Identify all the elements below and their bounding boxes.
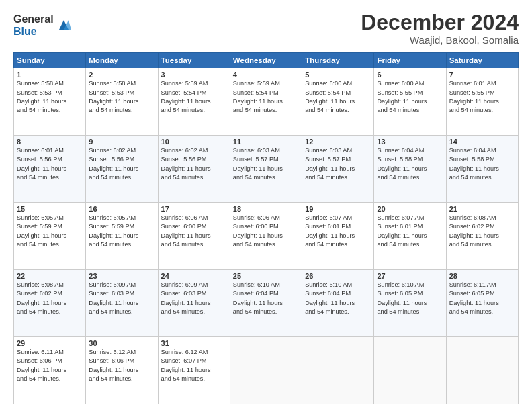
logo-text: General Blue [13,13,54,37]
day-number: 19 [305,205,371,213]
day-info: Sunrise: 6:01 AMSunset: 5:55 PMDaylight:… [449,79,515,115]
header-row: Sunday Monday Tuesday Wednesday Thursday… [14,53,519,68]
day-info: Sunrise: 6:11 AMSunset: 6:06 PMDaylight:… [17,348,83,383]
day-info: Sunrise: 5:59 AMSunset: 5:54 PMDaylight:… [233,79,299,115]
day-number: 7 [449,71,515,79]
calendar-cell: 21Sunrise: 6:08 AMSunset: 6:02 PMDayligh… [446,203,518,270]
day-info: Sunrise: 6:09 AMSunset: 6:03 PMDaylight:… [89,281,154,316]
day-info: Sunrise: 6:10 AMSunset: 6:04 PMDaylight:… [233,281,299,316]
calendar-cell: 18Sunrise: 6:06 AMSunset: 6:00 PMDayligh… [230,203,302,270]
calendar-cell: 16Sunrise: 6:05 AMSunset: 5:59 PMDayligh… [86,203,158,270]
calendar-cell: 2Sunrise: 5:58 AMSunset: 5:53 PMDaylight… [86,68,158,136]
day-number: 8 [17,138,83,146]
calendar-cell: 20Sunrise: 6:07 AMSunset: 6:01 PMDayligh… [374,203,446,270]
day-info: Sunrise: 6:04 AMSunset: 5:58 PMDaylight:… [377,146,443,182]
calendar-cell: 15Sunrise: 6:05 AMSunset: 5:59 PMDayligh… [14,203,86,270]
calendar-cell [230,337,302,404]
day-info: Sunrise: 5:59 AMSunset: 5:54 PMDaylight:… [161,79,227,115]
calendar-cell: 14Sunrise: 6:04 AMSunset: 5:58 PMDayligh… [446,136,518,203]
day-number: 30 [89,339,154,347]
day-number: 5 [305,71,371,79]
day-info: Sunrise: 5:58 AMSunset: 5:53 PMDaylight:… [17,79,83,115]
calendar-week-5: 29Sunrise: 6:11 AMSunset: 6:06 PMDayligh… [14,337,519,404]
calendar-cell: 26Sunrise: 6:10 AMSunset: 6:04 PMDayligh… [302,270,374,337]
day-info: Sunrise: 6:12 AMSunset: 6:07 PMDaylight:… [161,348,227,383]
page: General Blue December 2024 Waajid, Bakoo… [0,0,532,411]
day-number: 14 [449,138,515,146]
day-info: Sunrise: 6:07 AMSunset: 6:01 PMDaylight:… [377,214,443,249]
day-info: Sunrise: 6:06 AMSunset: 6:00 PMDaylight:… [161,214,227,249]
subtitle: Waajid, Bakool, Somalia [361,34,519,46]
day-number: 3 [161,71,227,79]
calendar-cell: 5Sunrise: 6:00 AMSunset: 5:54 PMDaylight… [302,68,374,136]
calendar-cell: 29Sunrise: 6:11 AMSunset: 6:06 PMDayligh… [14,337,86,404]
calendar-cell: 24Sunrise: 6:09 AMSunset: 6:03 PMDayligh… [158,270,230,337]
calendar-body: 1Sunrise: 5:58 AMSunset: 5:53 PMDaylight… [14,68,519,404]
calendar-cell: 10Sunrise: 6:02 AMSunset: 5:56 PMDayligh… [158,136,230,203]
day-number: 20 [377,205,443,213]
day-number: 23 [89,272,154,280]
day-info: Sunrise: 6:05 AMSunset: 5:59 PMDaylight:… [89,214,154,249]
col-wednesday: Wednesday [230,53,302,68]
day-info: Sunrise: 6:03 AMSunset: 5:57 PMDaylight:… [233,146,299,182]
calendar-cell: 8Sunrise: 6:01 AMSunset: 5:56 PMDaylight… [14,136,86,203]
header: General Blue December 2024 Waajid, Bakoo… [13,11,519,46]
calendar-cell: 11Sunrise: 6:03 AMSunset: 5:57 PMDayligh… [230,136,302,203]
calendar-cell: 3Sunrise: 5:59 AMSunset: 5:54 PMDaylight… [158,68,230,136]
day-number: 12 [305,138,371,146]
logo: General Blue [13,13,71,37]
calendar-cell: 25Sunrise: 6:10 AMSunset: 6:04 PMDayligh… [230,270,302,337]
day-number: 4 [233,71,299,79]
day-info: Sunrise: 6:02 AMSunset: 5:56 PMDaylight:… [161,146,227,182]
calendar-week-3: 15Sunrise: 6:05 AMSunset: 5:59 PMDayligh… [14,203,519,270]
day-info: Sunrise: 6:12 AMSunset: 6:06 PMDaylight:… [89,348,154,383]
day-info: Sunrise: 6:01 AMSunset: 5:56 PMDaylight:… [17,146,83,182]
calendar-week-4: 22Sunrise: 6:08 AMSunset: 6:02 PMDayligh… [14,270,519,337]
calendar-cell: 19Sunrise: 6:07 AMSunset: 6:01 PMDayligh… [302,203,374,270]
col-thursday: Thursday [302,53,374,68]
day-info: Sunrise: 6:08 AMSunset: 6:02 PMDaylight:… [449,214,515,249]
calendar-header: Sunday Monday Tuesday Wednesday Thursday… [14,53,519,68]
day-info: Sunrise: 6:11 AMSunset: 6:05 PMDaylight:… [449,281,515,316]
day-number: 13 [377,138,443,146]
day-info: Sunrise: 6:10 AMSunset: 6:05 PMDaylight:… [377,281,443,316]
calendar-cell: 23Sunrise: 6:09 AMSunset: 6:03 PMDayligh… [86,270,158,337]
calendar-cell: 30Sunrise: 6:12 AMSunset: 6:06 PMDayligh… [86,337,158,404]
day-info: Sunrise: 6:08 AMSunset: 6:02 PMDaylight:… [17,281,83,316]
calendar-cell: 13Sunrise: 6:04 AMSunset: 5:58 PMDayligh… [374,136,446,203]
day-number: 2 [89,71,154,79]
day-number: 10 [161,138,227,146]
calendar-cell: 1Sunrise: 5:58 AMSunset: 5:53 PMDaylight… [14,68,86,136]
calendar-cell: 9Sunrise: 6:02 AMSunset: 5:56 PMDaylight… [86,136,158,203]
day-info: Sunrise: 6:02 AMSunset: 5:56 PMDaylight:… [89,146,154,182]
day-info: Sunrise: 6:06 AMSunset: 6:00 PMDaylight:… [233,214,299,249]
calendar-cell: 22Sunrise: 6:08 AMSunset: 6:02 PMDayligh… [14,270,86,337]
day-info: Sunrise: 6:04 AMSunset: 5:58 PMDaylight:… [449,146,515,182]
day-number: 9 [89,138,154,146]
calendar-cell: 7Sunrise: 6:01 AMSunset: 5:55 PMDaylight… [446,68,518,136]
calendar-cell: 6Sunrise: 6:00 AMSunset: 5:55 PMDaylight… [374,68,446,136]
day-info: Sunrise: 6:09 AMSunset: 6:03 PMDaylight:… [161,281,227,316]
calendar-cell: 4Sunrise: 5:59 AMSunset: 5:54 PMDaylight… [230,68,302,136]
day-number: 6 [377,71,443,79]
day-number: 28 [449,272,515,280]
day-info: Sunrise: 5:58 AMSunset: 5:53 PMDaylight:… [89,79,154,115]
title-block: December 2024 Waajid, Bakool, Somalia [361,11,519,46]
calendar-cell: 12Sunrise: 6:03 AMSunset: 5:57 PMDayligh… [302,136,374,203]
calendar-table: Sunday Monday Tuesday Wednesday Thursday… [13,52,519,404]
day-info: Sunrise: 6:00 AMSunset: 5:55 PMDaylight:… [377,79,443,115]
calendar-week-1: 1Sunrise: 5:58 AMSunset: 5:53 PMDaylight… [14,68,519,136]
day-number: 22 [17,272,83,280]
col-saturday: Saturday [446,53,518,68]
calendar-cell: 31Sunrise: 6:12 AMSunset: 6:07 PMDayligh… [158,337,230,404]
calendar-cell [302,337,374,404]
calendar-week-2: 8Sunrise: 6:01 AMSunset: 5:56 PMDaylight… [14,136,519,203]
logo-icon [56,17,71,32]
col-friday: Friday [374,53,446,68]
col-monday: Monday [86,53,158,68]
day-number: 1 [17,71,83,79]
calendar-cell: 27Sunrise: 6:10 AMSunset: 6:05 PMDayligh… [374,270,446,337]
day-number: 27 [377,272,443,280]
day-number: 25 [233,272,299,280]
day-info: Sunrise: 6:03 AMSunset: 5:57 PMDaylight:… [305,146,371,182]
